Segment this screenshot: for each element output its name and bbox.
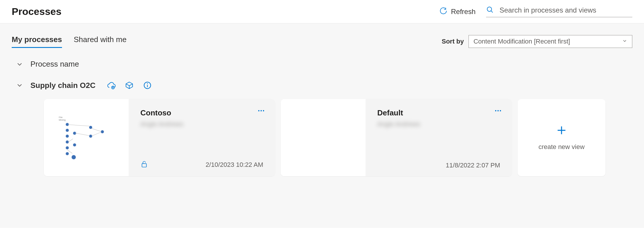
lock-icon bbox=[140, 160, 148, 169]
page-title: Processes bbox=[12, 6, 61, 17]
view-card[interactable]: Default Angie Andrews 11/8/2022 2:07 PM bbox=[281, 99, 512, 176]
sort-value: Content Modification [Recent first] bbox=[473, 38, 570, 45]
svg-point-0 bbox=[487, 7, 492, 11]
sort-select[interactable]: Content Modification [Recent first] bbox=[469, 35, 632, 48]
card-title: Contoso bbox=[140, 108, 263, 117]
groups-header-label: Process name bbox=[30, 60, 79, 69]
card-thumbnail bbox=[281, 99, 366, 176]
svg-point-9 bbox=[261, 110, 262, 111]
refresh-label: Refresh bbox=[451, 8, 476, 16]
refresh-button[interactable]: Refresh bbox=[439, 7, 476, 17]
svg-point-7 bbox=[147, 83, 148, 84]
create-new-view-button[interactable]: create new view bbox=[518, 99, 605, 176]
card-date: 11/8/2022 2:07 PM bbox=[446, 162, 500, 169]
svg-point-12 bbox=[495, 110, 496, 111]
view-card[interactable]: FileMining bbox=[44, 99, 275, 176]
svg-line-1 bbox=[491, 11, 493, 12]
search-icon bbox=[486, 6, 494, 15]
group-name: Supply chain O2C bbox=[30, 81, 96, 90]
tab-shared-with-me[interactable]: Shared with me bbox=[74, 35, 127, 48]
info-icon[interactable] bbox=[142, 80, 152, 90]
card-date: 2/10/2023 10:22 AM bbox=[206, 161, 263, 169]
svg-point-14 bbox=[500, 110, 501, 111]
search-field[interactable] bbox=[486, 6, 632, 17]
card-title: Default bbox=[377, 108, 500, 117]
chevron-down-icon bbox=[622, 38, 627, 45]
plus-icon bbox=[556, 124, 567, 137]
card-owner: Angie Andrews bbox=[377, 120, 500, 128]
tab-my-processes[interactable]: My processes bbox=[12, 35, 62, 48]
cloud-upload-icon[interactable] bbox=[106, 80, 116, 90]
svg-point-10 bbox=[263, 110, 264, 111]
package-icon[interactable] bbox=[124, 80, 134, 90]
expand-groups-header[interactable] bbox=[16, 60, 23, 68]
card-thumbnail: FileMining bbox=[44, 99, 129, 176]
svg-rect-11 bbox=[142, 164, 146, 167]
card-more-button[interactable] bbox=[494, 108, 502, 113]
sort-by-label: Sort by bbox=[442, 38, 464, 45]
create-new-view-label: create new view bbox=[538, 143, 585, 151]
refresh-icon bbox=[439, 7, 447, 17]
svg-point-13 bbox=[497, 110, 499, 111]
expand-group[interactable] bbox=[16, 82, 23, 89]
svg-point-8 bbox=[258, 110, 259, 111]
card-owner: Angie Andrews bbox=[140, 120, 263, 128]
card-more-button[interactable] bbox=[257, 108, 265, 113]
search-input[interactable] bbox=[500, 6, 632, 14]
